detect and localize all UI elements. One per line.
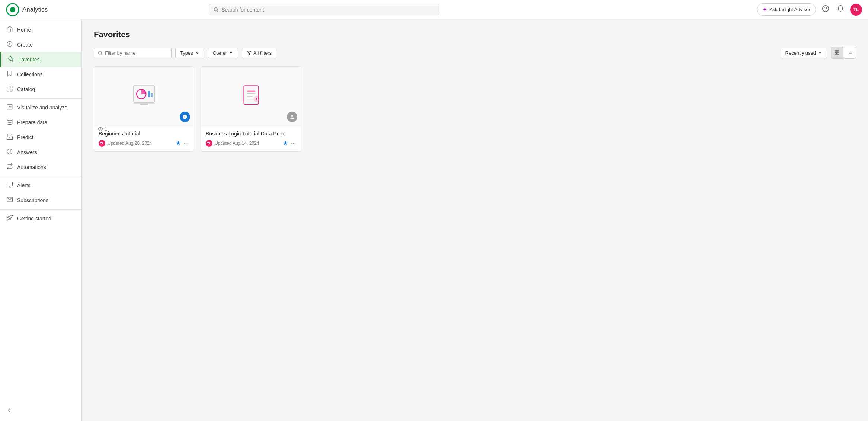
plus-icon: [6, 41, 13, 49]
card-thumbnail-1: [94, 67, 194, 126]
sidebar-item-answers[interactable]: Answers: [0, 145, 81, 160]
insight-advisor-button[interactable]: ✦ Ask Insight Advisor: [757, 3, 816, 16]
star-button-2[interactable]: ★: [282, 139, 289, 147]
top-bar: Analytics ✦ Ask Insight Advisor: [0, 0, 868, 19]
views-count-1: 1: [105, 127, 107, 132]
grid-view-button[interactable]: [831, 47, 843, 59]
sidebar-label-catalog: Catalog: [17, 86, 35, 92]
sidebar-item-getting-started[interactable]: Getting started: [0, 211, 81, 226]
more-button-1[interactable]: ···: [183, 139, 189, 147]
all-filters-button[interactable]: All filters: [242, 48, 276, 58]
types-filter-button[interactable]: Types: [175, 48, 204, 58]
svg-point-15: [7, 119, 12, 121]
svg-point-23: [99, 51, 102, 54]
types-chevron-icon: [195, 51, 199, 55]
main-content: Favorites Types Owner: [82, 19, 868, 421]
app-logo[interactable]: Analytics: [6, 3, 48, 16]
more-button-2[interactable]: ···: [290, 139, 297, 147]
sparkle-icon: ✦: [762, 6, 767, 13]
card-avatar-2: TL: [206, 140, 212, 147]
sidebar-label-visualize: Visualize and analyze: [17, 105, 67, 111]
sidebar-item-favorites[interactable]: Favorites: [0, 52, 81, 67]
rocket-icon: [6, 214, 13, 223]
filter-search-icon: [98, 51, 103, 55]
collapse-icon: [6, 407, 13, 415]
svg-line-24: [101, 54, 102, 55]
sidebar-label-home: Home: [17, 27, 31, 33]
svg-rect-28: [835, 53, 836, 54]
list-view-button[interactable]: [844, 47, 856, 59]
search-input[interactable]: [221, 7, 435, 13]
sidebar-item-home[interactable]: Home: [0, 22, 81, 37]
svg-rect-39: [151, 93, 153, 97]
list-icon: [847, 50, 853, 55]
sort-dropdown[interactable]: Recently used: [781, 48, 827, 58]
filter-bar: Types Owner All filters Recently used: [94, 47, 856, 59]
svg-rect-27: [837, 50, 839, 52]
svg-rect-12: [7, 89, 9, 91]
card-beginners-tutorial[interactable]: Beginner's tutorial TL Updated Aug 28, 2…: [94, 66, 194, 152]
help-button[interactable]: [820, 3, 831, 16]
user-avatar[interactable]: TL: [850, 4, 862, 16]
sidebar-label-automations: Automations: [17, 164, 46, 170]
svg-point-5: [826, 10, 826, 10]
filter-search-box[interactable]: [94, 48, 172, 58]
svg-rect-10: [7, 86, 9, 88]
sidebar-label-prepare: Prepare data: [17, 119, 47, 125]
card-badge-2: [287, 112, 297, 122]
sidebar-item-alerts[interactable]: Alerts: [0, 178, 81, 193]
help-icon: [822, 5, 829, 12]
card-avatar-1: TL: [99, 140, 105, 147]
sidebar-item-predict[interactable]: Predict: [0, 130, 81, 145]
owner-chevron-icon: [229, 51, 233, 55]
svg-point-52: [291, 115, 293, 117]
sidebar-item-catalog[interactable]: Catalog: [0, 82, 81, 97]
search-bar[interactable]: [209, 4, 439, 15]
all-filters-label: All filters: [253, 50, 272, 56]
bell-icon: [837, 5, 844, 12]
sidebar-item-create[interactable]: Create: [0, 37, 81, 52]
sidebar-item-automations[interactable]: Automations: [0, 160, 81, 175]
sidebar-item-subscriptions[interactable]: Subscriptions: [0, 193, 81, 208]
sort-chevron-icon: [818, 51, 822, 55]
sidebar-item-prepare[interactable]: Prepare data: [0, 115, 81, 130]
star-button-1[interactable]: ★: [175, 139, 182, 147]
bookmark-icon: [6, 70, 13, 79]
sidebar-collapse-button[interactable]: [0, 404, 81, 418]
alerts-icon: [6, 181, 13, 189]
sidebar-item-visualize[interactable]: Visualize and analyze: [0, 100, 81, 115]
card-meta-2: TL Updated Aug 14, 2024 ★ ···: [206, 139, 297, 147]
sidebar-nav: Home Create Favorites: [0, 19, 81, 229]
card-info-2: Business Logic Tutorial Data Prep TL Upd…: [201, 126, 301, 151]
app-thumbnail-icon: [131, 83, 157, 110]
sidebar-divider-1: [0, 98, 81, 99]
svg-line-3: [217, 10, 218, 12]
card-thumbnail-2: [201, 67, 301, 126]
notifications-button[interactable]: [835, 3, 846, 16]
svg-rect-41: [140, 103, 148, 105]
svg-point-4: [823, 6, 829, 12]
card-business-logic[interactable]: Business Logic Tutorial Data Prep TL Upd…: [201, 66, 301, 152]
sort-label: Recently used: [785, 50, 816, 56]
main-area: Home Create Favorites: [0, 19, 868, 421]
sidebar-label-predict: Predict: [17, 134, 33, 140]
svg-rect-29: [837, 53, 839, 54]
app-name: Analytics: [22, 6, 48, 13]
filter-name-input[interactable]: [105, 50, 167, 56]
owner-filter-button[interactable]: Owner: [208, 48, 238, 58]
chart-icon: [6, 103, 13, 112]
search-icon: [214, 7, 219, 12]
svg-point-1: [10, 7, 15, 12]
card-views-1: 1: [98, 127, 107, 132]
svg-rect-13: [10, 89, 12, 91]
sidebar-item-collections[interactable]: Collections: [0, 67, 81, 82]
sidebar-divider-2: [0, 176, 81, 176]
sidebar-divider-3: [0, 209, 81, 210]
grid-icon: [834, 50, 840, 55]
svg-point-18: [10, 153, 10, 153]
filter-icon: [247, 51, 252, 55]
card-meta-1: TL Updated Aug 28, 2024 ★ ···: [99, 139, 189, 147]
sidebar-label-collections: Collections: [17, 71, 42, 77]
data-thumbnail-icon: [238, 83, 265, 110]
page-title: Favorites: [94, 30, 856, 39]
